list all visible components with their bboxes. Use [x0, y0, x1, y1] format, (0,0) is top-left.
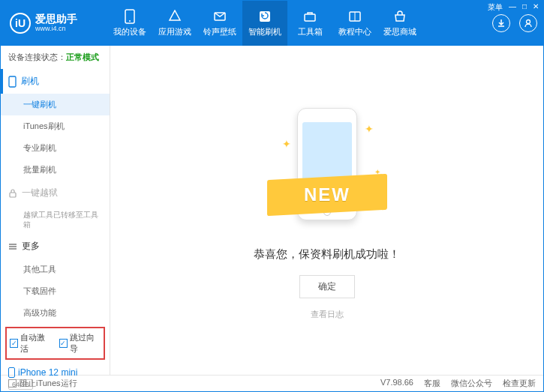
svg-rect-4 [305, 14, 315, 21]
nav-toolbox[interactable]: 工具箱 [287, 1, 332, 46]
shop-icon [392, 9, 407, 24]
download-button[interactable] [492, 14, 510, 32]
nav-label: 应用游戏 [158, 26, 191, 37]
footer-right: V7.98.66 客服 微信公众号 检查更新 [380, 378, 536, 389]
sidebar: 设备连接状态：正常模式 刷机 一键刷机 iTunes刷机 专业刷机 批量刷机 一… [1, 46, 110, 375]
sidebar-item-itunes-flash[interactable]: iTunes刷机 [1, 115, 110, 137]
nav-shop[interactable]: 爱思商城 [377, 1, 422, 46]
nav-label: 智能刷机 [248, 26, 281, 37]
success-message: 恭喜您，保资料刷机成功啦！ [254, 247, 400, 262]
jailbreak-header-label: 一键越狱 [22, 187, 58, 199]
new-text: NEW [304, 184, 350, 205]
logo: iU 爱思助手 www.i4.cn [10, 13, 107, 34]
toolbox-icon [302, 9, 317, 24]
phone-icon [8, 76, 17, 88]
svg-rect-13 [9, 368, 15, 378]
checkbox-icon: ✓ [10, 339, 18, 348]
nav-ringtones[interactable]: 铃声壁纸 [197, 1, 242, 46]
option-checkboxes: ✓ 自动激活 ✓ 跳过向导 [5, 327, 105, 360]
close-button[interactable]: ✕ [533, 2, 539, 13]
nav-label: 我的设备 [113, 26, 146, 37]
sidebar-more-header[interactable]: 更多 [1, 234, 110, 259]
music-icon [212, 9, 227, 24]
book-icon [347, 9, 362, 24]
sidebar-item-oneclick-flash[interactable]: 一键刷机 [1, 94, 110, 115]
sidebar-item-other-tools[interactable]: 其他工具 [1, 259, 110, 280]
lock-icon [8, 189, 17, 198]
user-button[interactable] [519, 14, 537, 32]
checkbox-icon [8, 379, 17, 388]
flash-header-label: 刷机 [21, 75, 39, 88]
view-log-link[interactable]: 查看日志 [311, 309, 344, 320]
main-nav: 我的设备 应用游戏 铃声壁纸 智能刷机 工具箱 教程中心 爱思商城 [107, 1, 422, 46]
nav-label: 工具箱 [298, 26, 323, 37]
content: 设备连接状态：正常模式 刷机 一键刷机 iTunes刷机 专业刷机 批量刷机 一… [1, 46, 543, 375]
app-url: www.i4.cn [35, 25, 77, 33]
svg-rect-8 [9, 76, 16, 87]
checkbox-label: 跳过向导 [70, 332, 101, 355]
sidebar-item-pro-flash[interactable]: 专业刷机 [1, 137, 110, 159]
header: 菜单 — □ ✕ iU 爱思助手 www.i4.cn 我的设备 应用游戏 铃声壁… [1, 1, 543, 46]
wechat-link[interactable]: 微信公众号 [451, 378, 492, 389]
titlebar: 菜单 — □ ✕ [488, 2, 539, 13]
header-right [492, 14, 537, 32]
menu-icon[interactable]: 菜单 [488, 2, 503, 13]
sparkle-icon: ✦ [282, 138, 290, 145]
service-link[interactable]: 客服 [424, 378, 440, 389]
nav-label: 铃声壁纸 [203, 26, 236, 37]
maximize-button[interactable]: □ [522, 2, 527, 13]
block-itunes-checkbox[interactable]: 阻止iTunes运行 [8, 378, 77, 389]
svg-point-1 [129, 20, 131, 22]
nav-my-device[interactable]: 我的设备 [107, 1, 152, 46]
connection-status: 设备连接状态：正常模式 [1, 46, 110, 69]
checkbox-label: 自动激活 [20, 332, 51, 355]
ok-button[interactable]: 确定 [299, 275, 355, 298]
refresh-icon [257, 9, 272, 24]
checkbox-icon: ✓ [59, 339, 68, 348]
sidebar-jailbreak-header[interactable]: 一键越狱 [1, 181, 110, 205]
update-link[interactable]: 检查更新 [503, 378, 536, 389]
svg-rect-9 [10, 193, 16, 197]
auto-activate-checkbox[interactable]: ✓ 自动激活 [10, 332, 52, 355]
nav-label: 教程中心 [338, 26, 371, 37]
device-name: iPhone 12 mini [8, 367, 102, 378]
menu-icon [8, 243, 17, 250]
sparkle-icon: ✦ [365, 123, 372, 130]
sidebar-item-batch-flash[interactable]: 批量刷机 [1, 159, 110, 181]
sidebar-item-download-firmware[interactable]: 下载固件 [1, 280, 110, 302]
new-ribbon: NEW [267, 174, 387, 216]
nav-apps-games[interactable]: 应用游戏 [152, 1, 197, 46]
phone-icon [122, 9, 137, 24]
checkbox-label: 阻止iTunes运行 [20, 378, 77, 389]
svg-point-7 [527, 20, 530, 24]
sidebar-flash-header[interactable]: 刷机 [1, 69, 110, 94]
nav-label: 爱思商城 [383, 26, 416, 37]
version-label: V7.98.66 [380, 378, 413, 389]
apps-icon [167, 9, 182, 24]
more-header-label: 更多 [22, 240, 40, 253]
sidebar-item-advanced[interactable]: 高级功能 [1, 302, 110, 324]
phone-illustration: ✦ ✦ ✦ NEW [278, 100, 376, 235]
status-value: 正常模式 [66, 52, 99, 61]
skip-guide-checkbox[interactable]: ✓ 跳过向导 [59, 332, 101, 355]
status-label: 设备连接状态： [8, 52, 66, 61]
phone-icon [8, 367, 15, 378]
jailbreak-note: 越狱工具已转移至工具箱 [1, 205, 110, 234]
nav-smart-flash[interactable]: 智能刷机 [242, 1, 287, 46]
logo-icon: iU [10, 13, 31, 34]
main-panel: ✦ ✦ ✦ NEW 恭喜您，保资料刷机成功啦！ 确定 查看日志 [110, 46, 543, 375]
app-title: 爱思助手 [35, 13, 77, 25]
minimize-button[interactable]: — [509, 2, 516, 13]
nav-tutorials[interactable]: 教程中心 [332, 1, 377, 46]
